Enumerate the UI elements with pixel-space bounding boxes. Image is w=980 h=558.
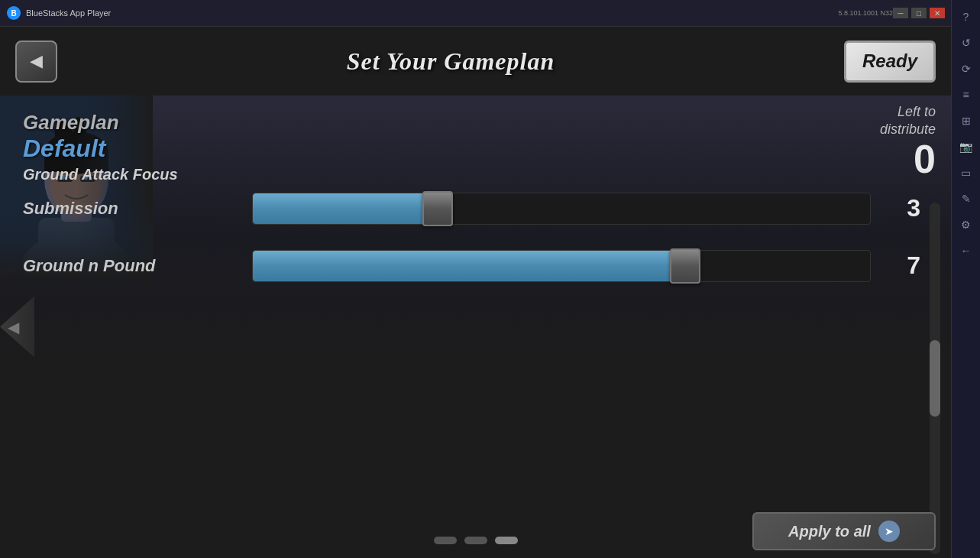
submission-label: Submission [23,199,252,219]
minimize-button[interactable]: ─ [893,8,908,18]
title-bar: B BlueStacks App Player 5.8.101.1001 N32… [0,0,951,27]
apply-arrow-icon: ➤ [878,521,900,542]
grid-icon[interactable]: ⊞ [956,110,977,131]
dot-3[interactable] [495,537,518,544]
svg-text:B: B [11,9,16,18]
submission-track[interactable] [252,193,871,225]
nav-bar: ◀ Set Your Gameplan Ready [0,27,951,96]
submission-fill [253,193,438,224]
camera-icon[interactable]: 📷 [956,136,977,157]
refresh-icon[interactable]: ↺ [956,32,977,54]
back-arrow-icon: ◀ [30,51,43,71]
distribute-area: Left todistribute 0 [880,103,936,179]
scroll-thumb[interactable] [930,340,940,417]
left-arrow-icon: ◀ [8,318,19,336]
right-sidebar: ? ↺ ⟳ ≡ ⊞ 📷 ▭ ✎ ⚙ ← [951,0,980,558]
sliders-area: Submission 3 Ground n Pound 7 [0,187,936,302]
groundnpound-label: Ground n Pound [23,256,252,276]
dot-2[interactable] [464,537,487,544]
ready-button[interactable]: Ready [844,41,936,83]
back-icon[interactable]: ← [956,240,977,261]
submission-slider-row: Submission 3 [23,187,920,229]
gameplan-info: Gameplan Default Ground Attack Focus [23,111,178,183]
help-icon[interactable]: ? [956,6,977,28]
submission-value: 3 [882,194,920,222]
maximize-button[interactable]: □ [911,8,927,18]
apply-label: Apply to all [788,523,871,540]
groundnpound-thumb[interactable] [670,248,700,284]
window-icon[interactable]: ▭ [956,162,977,183]
settings-icon[interactable]: ⚙ [956,214,977,235]
rotate-icon[interactable]: ⟳ [956,58,977,79]
groundnpound-track[interactable] [252,250,871,282]
app-version: 5.8.101.1001 N32 [838,9,893,17]
groundnpound-slider-row: Ground n Pound 7 [23,245,920,287]
menu-icon[interactable]: ≡ [956,84,977,105]
gameplan-style: Ground Attack Focus [23,166,178,183]
main-area: ◀ Set Your Gameplan Ready [0,27,951,558]
back-button[interactable]: ◀ [15,41,57,83]
bluestacks-logo: B [6,5,21,21]
groundnpound-value: 7 [882,251,920,280]
pagination-dots [434,537,518,544]
left-nav-arrow[interactable]: ◀ [0,297,34,358]
ready-label: Ready [862,50,917,72]
apply-to-all-button[interactable]: Apply to all ➤ [752,512,936,550]
groundnpound-fill [253,251,685,281]
submission-thumb[interactable] [422,191,453,226]
app-name: BlueStacks App Player [26,8,838,18]
content-area: ◀ Gameplan Default Ground Attack Focus L… [0,96,951,558]
page-title: Set Your Gameplan [57,47,844,76]
distribute-value: 0 [880,139,936,179]
edit-icon[interactable]: ✎ [956,188,977,209]
window-controls: ─ □ ✕ [893,8,945,18]
dot-1[interactable] [434,537,457,544]
gameplan-label: Gameplan [23,111,178,135]
gameplan-name: Default [23,135,178,163]
distribute-label: Left todistribute [880,103,936,139]
scroll-track[interactable] [930,203,940,554]
close-button[interactable]: ✕ [930,8,945,18]
